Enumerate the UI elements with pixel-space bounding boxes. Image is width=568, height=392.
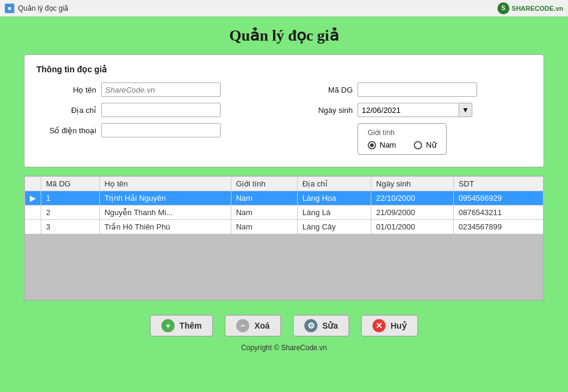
gender-options: Nam Nữ: [368, 140, 436, 149]
app-icon: ■: [5, 4, 14, 13]
row-pointer-cell: [25, 220, 41, 234]
row-pointer-cell: [25, 206, 41, 220]
col-diachi: Địa chỉ: [297, 177, 371, 191]
btn-xoa-label: Xoá: [254, 321, 270, 330]
logo-area: S SHARECODE.vn: [497, 2, 563, 14]
cell-gioitinh: Nam: [231, 220, 297, 234]
form-row-madg: Mã DG: [293, 82, 532, 97]
them-icon: +: [161, 319, 175, 332]
form-row-sdt: Số điện thoại: [36, 123, 275, 137]
form-grid: Họ tên Địa chỉ Số điện thoại Mã DG: [36, 82, 532, 155]
cell-madg: 3: [41, 220, 100, 234]
radio-nam[interactable]: [368, 141, 376, 149]
btn-xoa[interactable]: − Xoá: [225, 315, 281, 336]
table-row[interactable]: 3 Trần Hô Thiên Phú Nam Làng Cây 01/01/2…: [25, 220, 543, 234]
cell-gioitinh: Nam: [231, 206, 297, 220]
page-title: Quản lý đọc giả: [24, 26, 544, 45]
title-bar: ■ Quản lý đọc giả S SHARECODE.vn: [0, 0, 568, 17]
date-input-wrapper: ▼: [358, 103, 472, 117]
form-row-hoten: Họ tên: [36, 82, 275, 97]
sua-icon: ⚙: [304, 319, 317, 332]
cell-ngaysinh: 21/09/2000: [371, 206, 454, 220]
cell-diachi: Làng Hoa: [297, 191, 371, 206]
cell-hoten: Trịnh Hải Nguyên: [99, 191, 231, 206]
gender-option-nu[interactable]: Nữ: [414, 140, 436, 149]
button-bar: + Thêm − Xoá ⚙ Sửa ✕ Huỷ: [24, 309, 544, 342]
label-nam: Nam: [380, 140, 396, 149]
label-diachi: Địa chỉ: [36, 106, 96, 115]
btn-sua-label: Sửa: [322, 321, 338, 330]
btn-them-label: Thêm: [179, 321, 201, 330]
label-ngaysinh: Ngày sinh: [293, 106, 353, 115]
input-sdt[interactable]: [101, 123, 221, 137]
label-hoten: Họ tên: [36, 85, 96, 94]
xoa-icon: −: [236, 319, 249, 332]
table-row[interactable]: 2 Nguyễn Thanh Mi... Nam Làng Lá 21/09/2…: [25, 206, 543, 220]
form-section: Thông tin đọc giả Họ tên Địa chỉ Số điện…: [24, 54, 544, 167]
form-row-diachi: Địa chỉ: [36, 103, 275, 117]
label-nu: Nữ: [426, 140, 436, 149]
huy-icon: ✕: [372, 319, 386, 332]
radio-nu[interactable]: [414, 141, 422, 149]
col-pointer: [25, 177, 41, 191]
cell-sdt: 0876543211: [453, 206, 543, 220]
copyright: Copyright © ShareCode.vn: [24, 342, 544, 352]
cell-sdt: 0954586929: [453, 191, 543, 206]
gender-title: Giới tính: [368, 128, 436, 137]
cell-ngaysinh: 01/01/2000: [371, 220, 454, 234]
cell-madg: 2: [41, 206, 100, 220]
input-madg[interactable]: [358, 82, 477, 97]
table-header-row: Mã DG Họ tên Giới tính Địa chỉ Ngày sinh…: [25, 177, 543, 191]
label-sdt: Số điện thoại: [36, 126, 96, 135]
cell-diachi: Làng Cây: [297, 220, 371, 234]
main-content: Quản lý đọc giả Thông tin đọc giả Họ tên…: [0, 17, 568, 362]
input-diachi[interactable]: [101, 103, 221, 117]
cell-madg: 1: [41, 191, 100, 206]
gender-option-nam[interactable]: Nam: [368, 140, 396, 149]
form-left: Họ tên Địa chỉ Số điện thoại: [36, 82, 275, 155]
cell-gioitinh: Nam: [231, 191, 297, 206]
empty-table-area: [25, 234, 543, 300]
logo-icon: S: [497, 2, 509, 14]
cell-sdt: 0234567899: [453, 220, 543, 234]
btn-huy[interactable]: ✕ Huỷ: [361, 315, 418, 336]
title-bar-text: Quản lý đọc giả: [18, 4, 68, 13]
input-hoten[interactable]: [101, 82, 221, 97]
cell-diachi: Làng Lá: [297, 206, 371, 220]
col-madg: Mã DG: [41, 177, 100, 191]
col-gioitinh: Giới tính: [231, 177, 297, 191]
logo-text: SHARECODE.vn: [512, 5, 563, 12]
table-section: Mã DG Họ tên Giới tính Địa chỉ Ngày sinh…: [24, 176, 544, 301]
col-hoten: Họ tên: [99, 177, 231, 191]
cell-hoten: Trần Hô Thiên Phú: [99, 220, 231, 234]
label-madg: Mã DG: [293, 85, 353, 94]
data-table: Mã DG Họ tên Giới tính Địa chỉ Ngày sinh…: [25, 176, 543, 234]
date-picker-button[interactable]: ▼: [459, 103, 472, 117]
form-section-title: Thông tin đọc giả: [36, 65, 532, 74]
btn-huy-label: Huỷ: [390, 321, 407, 330]
btn-them[interactable]: + Thêm: [150, 315, 213, 336]
btn-sua[interactable]: ⚙ Sửa: [293, 315, 349, 336]
cell-hoten: Nguyễn Thanh Mi...: [99, 206, 231, 220]
col-ngaysinh: Ngày sinh: [371, 177, 454, 191]
col-sdt: SDT: [453, 177, 543, 191]
table-row[interactable]: ▶ 1 Trịnh Hải Nguyên Nam Làng Hoa 22/10/…: [25, 191, 543, 206]
form-row-gioitinh: Giới tính Nam Nữ: [293, 123, 532, 155]
form-row-ngaysinh: Ngày sinh ▼: [293, 103, 532, 117]
form-right: Mã DG Ngày sinh ▼ Giới tính: [293, 82, 532, 155]
cell-ngaysinh: 22/10/2000: [371, 191, 454, 206]
gender-section: Giới tính Nam Nữ: [358, 123, 447, 155]
input-ngaysinh[interactable]: [358, 103, 459, 117]
row-pointer-cell: ▶: [25, 191, 41, 206]
